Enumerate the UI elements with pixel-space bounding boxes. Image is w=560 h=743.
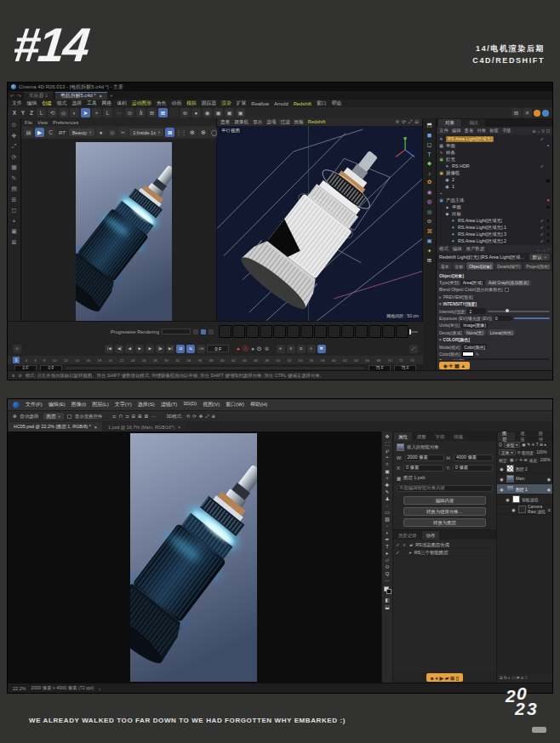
transport-button[interactable]: ▶ bbox=[135, 345, 144, 353]
menu-item[interactable]: View bbox=[37, 120, 48, 125]
attribute-tab[interactable]: Details[细节] bbox=[494, 262, 523, 270]
toolbar-icon[interactable]: å bbox=[136, 108, 146, 117]
toolbar-icon[interactable]: ⊛ bbox=[180, 108, 190, 117]
material-scale-slider[interactable] bbox=[410, 331, 418, 333]
render-control-icon[interactable]: ✂ bbox=[118, 128, 128, 137]
mode-icon[interactable]: ◻ bbox=[427, 141, 431, 148]
object-tree-row[interactable]: ☀ RS Area Light[区域光] ✓ bbox=[437, 135, 552, 142]
filter-icons[interactable]: ▣ ✎ ✛ T ⊠ ● bbox=[522, 443, 546, 447]
menu-item[interactable]: 编辑 bbox=[453, 246, 462, 252]
menu-item[interactable]: 角色 bbox=[157, 100, 167, 107]
mode-icon[interactable]: ▣ bbox=[426, 237, 431, 244]
render-control-icon[interactable]: ▶ bbox=[35, 128, 44, 137]
menu-item[interactable]: Redshift bbox=[308, 119, 326, 126]
layer-thumbnail[interactable] bbox=[506, 465, 514, 472]
enabled-check-icon[interactable]: ✓ bbox=[540, 238, 544, 243]
toolbar-icon[interactable]: ⟲ bbox=[48, 108, 57, 117]
menu-item[interactable]: 用户数据 bbox=[466, 246, 485, 252]
material-swatch[interactable]: m-chk m-blue bbox=[382, 325, 395, 338]
account-badge-icon[interactable] bbox=[534, 110, 540, 117]
toolbar-icon[interactable]: ◐ bbox=[70, 108, 79, 117]
panel-tab[interactable]: 调整 bbox=[413, 432, 431, 441]
tool-icon[interactable]: ✎ bbox=[12, 175, 17, 182]
ps-doc-tab[interactable]: 1.psd @ 16.7% (Main, RGB/16*) × bbox=[103, 422, 186, 432]
enabled-check-icon[interactable]: ✓ bbox=[540, 218, 544, 223]
c4d-titlebar[interactable]: Cinema 4D R26.013 - [电机拆解5.c4d *] - 主要 bbox=[8, 83, 552, 91]
current-frame-field[interactable]: 0 F bbox=[207, 345, 229, 352]
menu-item[interactable]: 模式 bbox=[439, 246, 449, 252]
caret-icon[interactable]: ∨ bbox=[403, 542, 407, 547]
toolbar-icon[interactable]: ◎ bbox=[59, 108, 68, 117]
record-button[interactable]: Ⓐ bbox=[243, 346, 249, 351]
menu-item[interactable]: 编辑(E) bbox=[49, 401, 66, 409]
align-icon[interactable]: ⊟ bbox=[131, 414, 135, 419]
mode-icon[interactable]: ◎ bbox=[427, 209, 432, 215]
menu-icon[interactable]: ≡ bbox=[12, 373, 14, 378]
visibility-dot-icon[interactable]: ▪ bbox=[546, 143, 551, 148]
tool-icon[interactable]: ✥ bbox=[12, 133, 17, 140]
toolbar-icon[interactable]: Z bbox=[28, 108, 35, 117]
toolbar-icon[interactable]: ⊙ bbox=[125, 108, 134, 117]
record-button[interactable]: ⊛ bbox=[265, 346, 270, 351]
tool-icon[interactable]: ▣ bbox=[11, 228, 17, 235]
material-swatch[interactable]: m-blk bbox=[287, 325, 300, 338]
tool-icon[interactable]: ⊞ bbox=[12, 197, 17, 203]
exposure-field[interactable]: 0 bbox=[494, 316, 512, 322]
auto-select-dropdown[interactable]: 图层▾ bbox=[43, 413, 64, 420]
menu-item[interactable]: 工具 bbox=[87, 100, 97, 107]
object-tree-row[interactable]: ▣ 产品主体 ● bbox=[437, 197, 552, 203]
material-swatch[interactable]: m-blk bbox=[341, 325, 354, 338]
key-option-button[interactable]: ⊘ bbox=[287, 345, 295, 353]
enabled-check-icon[interactable]: ✓ bbox=[540, 136, 544, 141]
ps-tool-icon[interactable]: ⌗ bbox=[386, 461, 388, 467]
menu-item[interactable]: Reallow bbox=[251, 101, 269, 106]
viewport-corner-icon[interactable]: ⤢ bbox=[409, 119, 412, 125]
loop-button[interactable]: ⇆ bbox=[186, 345, 195, 353]
exposure-slider[interactable] bbox=[514, 317, 550, 319]
layers-footer-icons[interactable]: ⧉ fx ◐ ▢ ▣ ⊞ ▯ bbox=[497, 673, 552, 683]
decay-linear-button[interactable]: Linear[线性] bbox=[488, 329, 516, 335]
opacity-value[interactable]: 100% bbox=[536, 450, 546, 454]
tool-icon[interactable]: ⊙ bbox=[12, 122, 17, 129]
preset-dropdown[interactable]: 默认▾ bbox=[529, 254, 550, 260]
record-button[interactable]: ● bbox=[251, 346, 254, 351]
ps-tool-icon[interactable]: ⊙ bbox=[386, 564, 390, 569]
transport-button[interactable]: ◀| bbox=[115, 345, 123, 353]
tool-icon[interactable]: ▦ bbox=[11, 164, 17, 171]
range-slider[interactable] bbox=[66, 367, 365, 369]
object-tree-row[interactable]: ▲ 平面 ⚑ bbox=[437, 203, 552, 210]
layer-thumbnail[interactable] bbox=[506, 475, 514, 483]
mode-icon[interactable]: ◼ bbox=[427, 132, 431, 139]
render-control-icon[interactable]: ▤ bbox=[24, 128, 33, 137]
more-options-icon[interactable]: ⋯ bbox=[151, 414, 156, 419]
mode3d-icon[interactable]: ⊕ bbox=[212, 414, 216, 420]
color-swatch[interactable] bbox=[462, 351, 474, 357]
panel-tab[interactable]: 属性 bbox=[394, 432, 412, 441]
menu-item[interactable]: 跟踪器 bbox=[202, 100, 216, 107]
layer-thumbnail[interactable] bbox=[512, 495, 520, 503]
toolbar-icon[interactable]: ◉ bbox=[203, 108, 212, 117]
object-tree-row[interactable]: ☀ RS Area Light[区域光].1 ✓ ● bbox=[437, 224, 552, 231]
render-control-icon[interactable]: ● bbox=[96, 128, 106, 137]
menu-item[interactable]: 选择(S) bbox=[138, 401, 155, 409]
material-swatch[interactable]: m-chk m-ringb bbox=[369, 325, 381, 338]
render-control-icon[interactable]: C bbox=[46, 128, 55, 137]
search-icon[interactable]: Q bbox=[499, 443, 502, 447]
object-tree-row[interactable]: ☀ RS Area Light[区域光].2 ✓ ● bbox=[437, 237, 552, 244]
visibility-dot-icon[interactable]: ● bbox=[546, 197, 551, 203]
ps-tool-icon[interactable]: ⬚ bbox=[385, 441, 389, 446]
menu-item[interactable]: 渲染 bbox=[221, 100, 231, 107]
ps-tool-icon[interactable]: ▭ bbox=[385, 510, 389, 515]
transport-button[interactable]: |▶ bbox=[156, 345, 164, 353]
eye-icon[interactable]: ◉ bbox=[505, 497, 511, 502]
mode-icon[interactable]: ◆ bbox=[427, 160, 431, 167]
attribute-tab[interactable]: 基本 bbox=[438, 262, 452, 270]
toolbar-icon[interactable]: L bbox=[37, 108, 46, 117]
ps-tool-icon[interactable]: ⬓ bbox=[385, 604, 389, 609]
menu-item[interactable]: 文件 bbox=[12, 100, 22, 107]
close-icon[interactable]: × bbox=[100, 94, 102, 99]
x-field[interactable]: 0 像素 bbox=[403, 465, 443, 472]
menu-item[interactable]: 帮助 bbox=[332, 100, 342, 107]
progressive-value-field[interactable] bbox=[162, 329, 191, 334]
blend-color-checkbox[interactable] bbox=[505, 288, 509, 292]
